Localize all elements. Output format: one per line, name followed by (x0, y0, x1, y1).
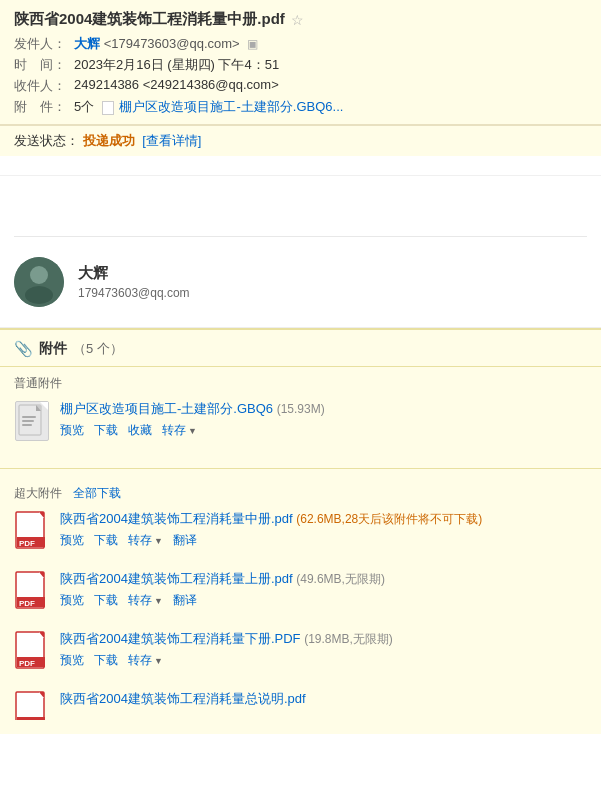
sender-value: 大辉 <179473603@qq.com> ▣ (74, 35, 587, 53)
attachment-size: (15.93M) (277, 402, 325, 416)
attachments-section: 📎 附件 （5 个） 普通附件 (0, 328, 601, 734)
translate-link-2[interactable]: 翻译 (173, 532, 197, 549)
attachment-name-large-2[interactable]: 陕西省2004建筑装饰工程消耗量上册.pdf (49.6MB,无限期) (60, 570, 587, 588)
attachment-size-2: (49.6MB,无限期) (296, 572, 385, 586)
file-icon-pdf-4: PDF (14, 690, 50, 720)
chevron-down-icon-2: ▼ (154, 536, 163, 546)
attachment-name-large-1[interactable]: 陕西省2004建筑装饰工程消耗量中册.pdf (62.6MB,28天后该附件将不… (60, 510, 587, 528)
download-link-2[interactable]: 下载 (94, 532, 118, 549)
svg-rect-8 (22, 424, 32, 426)
save-dropdown-3[interactable]: 转存 ▼ (128, 592, 163, 609)
attachment-file-icon-inline (102, 99, 120, 114)
preview-link-1[interactable]: 预览 (60, 422, 84, 439)
send-status-label: 发送状态： (14, 133, 79, 148)
attachment-item-large-4: PDF 陕西省2004建筑装饰工程消耗量总说明.pdf (14, 690, 587, 720)
attachment-item-large-2: PDF 陕西省2004建筑装饰工程消耗量上册.pdf (49.6MB,无限期) … (14, 570, 587, 620)
attachment-name-large-4[interactable]: 陕西省2004建筑装饰工程消耗量总说明.pdf (60, 690, 587, 708)
pdf-icon-svg-2: PDF (15, 571, 49, 611)
attachment-info-large-1: 陕西省2004建筑装饰工程消耗量中册.pdf (62.6MB,28天后该附件将不… (60, 510, 587, 549)
normal-group-label: 普通附件 (14, 375, 587, 392)
avatar-image (14, 257, 64, 307)
send-status-value: 投递成功 (83, 133, 135, 148)
file-icon-pdf-1: PDF (14, 510, 50, 552)
email-header: 陕西省2004建筑装饰工程消耗量中册.pdf ☆ 发件人： 大辉 <179473… (0, 0, 601, 125)
profile-email: 179473603@qq.com (78, 286, 190, 300)
svg-text:PDF: PDF (19, 659, 35, 668)
attachment-inline-value: 5个 棚户区改造项目施工-土建部分.GBQ6... (74, 98, 587, 116)
preview-link-2[interactable]: 预览 (60, 532, 84, 549)
profile-name: 大辉 (78, 264, 190, 283)
attachment-label: 附 件： (14, 98, 74, 116)
svg-text:PDF: PDF (19, 599, 35, 608)
preview-link-4[interactable]: 预览 (60, 652, 84, 669)
attachment-actions: 预览 下载 收藏 转存 ▼ (60, 422, 587, 439)
pdf-icon-svg-1: PDF (15, 511, 49, 551)
sender-icons: ▣ (247, 37, 258, 51)
svg-text:PDF: PDF (19, 719, 35, 720)
chevron-down-icon: ▼ (188, 426, 197, 436)
chevron-down-icon-3: ▼ (154, 596, 163, 606)
attachment-count-inline: 5个 (74, 99, 94, 114)
attachment-actions-large-2: 预览 下载 转存 ▼ 翻译 (60, 592, 587, 609)
send-status-bar: 发送状态： 投递成功 [查看详情] (0, 125, 601, 156)
save-dropdown-2[interactable]: 转存 ▼ (128, 532, 163, 549)
attachments-title: 附件 (39, 340, 67, 358)
spacer (0, 176, 601, 236)
download-link-3[interactable]: 下载 (94, 592, 118, 609)
large-attachments-group: 超大附件 全部下载 PDF 陕西省2004建筑装饰工程消耗量中册.pdf (62… (0, 477, 601, 734)
sender-name-link[interactable]: 大辉 (74, 36, 100, 51)
receiver-value: 249214386 <249214386@qq.com> (74, 77, 587, 95)
section-divider-1 (0, 468, 601, 469)
attachment-info-large-4: 陕西省2004建筑装饰工程消耗量总说明.pdf (60, 690, 587, 712)
time-value: 2023年2月16日 (星期四) 下午4：51 (74, 56, 587, 74)
svg-text:PDF: PDF (19, 539, 35, 548)
svg-point-1 (30, 266, 48, 284)
email-title-row: 陕西省2004建筑装饰工程消耗量中册.pdf ☆ (14, 10, 587, 29)
file-icon-pdf-2: PDF (14, 570, 50, 612)
collect-link-1[interactable]: 收藏 (128, 422, 152, 439)
attachment-info-large-3: 陕西省2004建筑装饰工程消耗量下册.PDF (19.8MB,无限期) 预览 下… (60, 630, 587, 669)
sender-profile-info: 大辉 179473603@qq.com (78, 264, 190, 300)
svg-rect-6 (22, 416, 36, 418)
gbq-icon-svg (18, 404, 46, 438)
pdf-icon-svg-3: PDF (15, 631, 49, 671)
large-group-label: 超大附件 全部下载 (14, 485, 587, 502)
file-icon-gbq (14, 400, 50, 442)
avatar (14, 257, 64, 307)
sender-label: 发件人： (14, 35, 74, 53)
translate-link-3[interactable]: 翻译 (173, 592, 197, 609)
attachment-info: 棚户区改造项目施工-土建部分.GBQ6 (15.93M) 预览 下载 收藏 转存… (60, 400, 587, 439)
file-icon-pdf-3: PDF (14, 630, 50, 672)
svg-point-2 (25, 286, 53, 304)
attachment-name[interactable]: 棚户区改造项目施工-土建部分.GBQ6 (15.93M) (60, 400, 587, 418)
attachment-item-large-1: PDF 陕西省2004建筑装饰工程消耗量中册.pdf (62.6MB,28天后该… (14, 510, 587, 560)
attachment-preview-link[interactable]: 棚户区改造项目施工-土建部分.GBQ6... (119, 99, 343, 114)
status-detail-link[interactable]: [查看详情] (142, 133, 201, 148)
download-link-4[interactable]: 下载 (94, 652, 118, 669)
svg-rect-7 (22, 420, 34, 422)
chevron-down-icon-4: ▼ (154, 656, 163, 666)
attachment-info-large-2: 陕西省2004建筑装饰工程消耗量上册.pdf (49.6MB,无限期) 预览 下… (60, 570, 587, 609)
download-link-1[interactable]: 下载 (94, 422, 118, 439)
normal-attachments-group: 普通附件 棚户区改造项目施工-土建部分.GBQ6 (15.93M) (0, 367, 601, 464)
preview-link-3[interactable]: 预览 (60, 592, 84, 609)
attachment-item-large-3: PDF 陕西省2004建筑装饰工程消耗量下册.PDF (19.8MB,无限期) … (14, 630, 587, 680)
save-dropdown-4[interactable]: 转存 ▼ (128, 652, 163, 669)
attachments-count: （5 个） (73, 340, 123, 358)
attachment-actions-large-3: 预览 下载 转存 ▼ (60, 652, 587, 669)
time-label: 时 间： (14, 56, 74, 74)
receiver-label: 收件人： (14, 77, 74, 95)
attachment-name-large-3[interactable]: 陕西省2004建筑装饰工程消耗量下册.PDF (19.8MB,无限期) (60, 630, 587, 648)
download-all-link[interactable]: 全部下载 (73, 486, 121, 500)
email-meta: 发件人： 大辉 <179473603@qq.com> ▣ 时 间： 2023年2… (14, 35, 587, 116)
paperclip-icon: 📎 (14, 340, 33, 358)
sender-profile: 大辉 179473603@qq.com (0, 237, 601, 328)
attachment-actions-large-1: 预览 下载 转存 ▼ 翻译 (60, 532, 587, 549)
email-title: 陕西省2004建筑装饰工程消耗量中册.pdf (14, 10, 285, 29)
star-icon[interactable]: ☆ (291, 12, 304, 28)
save-dropdown-1[interactable]: 转存 ▼ (162, 422, 197, 439)
attachment-item: 棚户区改造项目施工-土建部分.GBQ6 (15.93M) 预览 下载 收藏 转存… (14, 400, 587, 450)
attachment-size-warning-1: (62.6MB,28天后该附件将不可下载) (296, 512, 482, 526)
sender-email: <179473603@qq.com> (104, 36, 240, 51)
attachment-size-3: (19.8MB,无限期) (304, 632, 393, 646)
